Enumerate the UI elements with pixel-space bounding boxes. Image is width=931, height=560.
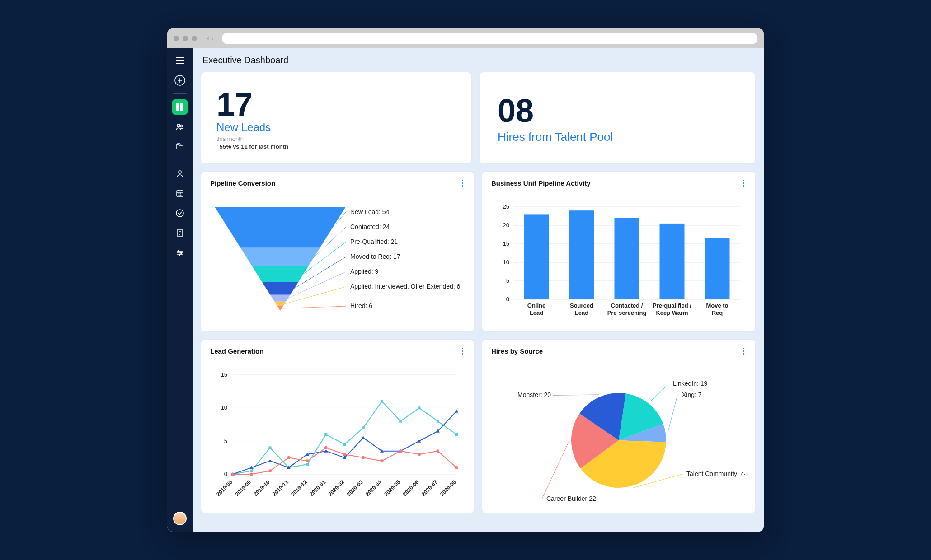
card-title: Pipeline Conversion: [210, 179, 275, 187]
minimize-window-icon[interactable]: [183, 36, 188, 41]
svg-marker-17: [252, 266, 309, 282]
svg-text:2019-11: 2019-11: [271, 479, 290, 497]
svg-text:2020-01: 2020-01: [308, 479, 327, 497]
svg-text:5: 5: [224, 438, 227, 444]
svg-point-99: [268, 469, 272, 472]
bar-chart: 0510152025OnlineLeadSourcedLeadContacted…: [491, 202, 744, 324]
folders-icon[interactable]: [172, 139, 188, 154]
svg-rect-78: [362, 426, 365, 429]
svg-text:Monster: 20: Monster: 20: [517, 391, 551, 398]
svg-text:15: 15: [503, 240, 509, 247]
dashboard-icon[interactable]: [172, 99, 188, 115]
kpi-delta: ↑55% vs 11 for last month: [216, 143, 456, 150]
kpi-period: this month: [216, 135, 456, 142]
svg-rect-3: [176, 107, 179, 111]
svg-text:10: 10: [221, 404, 227, 411]
kpi-label: New Leads: [216, 121, 456, 134]
dashboard-content: 17 New Leads this month ↑55% vs 11 for l…: [193, 72, 764, 532]
chart-row-1: Pipeline Conversion New Lead: 54Contacte…: [201, 171, 756, 332]
card-menu-icon[interactable]: [460, 178, 465, 188]
person-icon[interactable]: [172, 166, 188, 181]
pipeline-conversion-card: Pipeline Conversion New Lead: 54Contacte…: [201, 171, 475, 332]
svg-text:2020-08: 2020-08: [439, 479, 457, 497]
svg-rect-81: [418, 406, 421, 409]
news-icon[interactable]: [172, 225, 188, 241]
card-header: Business Unit Pipeline Activity: [482, 172, 755, 195]
svg-text:Contacted: 24: Contacted: 24: [350, 223, 390, 230]
svg-marker-19: [270, 295, 290, 302]
svg-point-102: [324, 446, 328, 449]
svg-marker-16: [240, 248, 320, 266]
kpi-row: 17 New Leads this month ↑55% vs 11 for l…: [201, 72, 756, 164]
svg-text:25: 25: [503, 203, 509, 210]
page-header: Executive Dashboard: [193, 48, 764, 72]
svg-text:2020-05: 2020-05: [383, 479, 401, 497]
card-menu-icon[interactable]: [741, 178, 746, 188]
svg-text:0: 0: [224, 471, 227, 477]
maximize-window-icon[interactable]: [192, 36, 197, 41]
svg-text:Online: Online: [527, 302, 545, 309]
svg-marker-91: [362, 436, 365, 439]
svg-text:2019-12: 2019-12: [290, 479, 308, 497]
browser-chrome: ‹ ›: [167, 28, 764, 48]
sidebar: 31: [167, 48, 193, 532]
svg-text:Move to: Move to: [706, 302, 728, 309]
svg-text:Lead: Lead: [530, 309, 543, 316]
svg-rect-54: [615, 218, 639, 299]
svg-text:Keep Warm: Keep Warm: [656, 309, 688, 316]
svg-point-106: [399, 449, 402, 453]
avatar[interactable]: [173, 512, 187, 525]
people-icon[interactable]: [172, 119, 188, 135]
address-bar[interactable]: [222, 33, 757, 44]
svg-text:Lead: Lead: [575, 309, 588, 316]
card-menu-icon[interactable]: [741, 346, 746, 356]
svg-text:2019-09: 2019-09: [234, 479, 252, 497]
svg-rect-83: [455, 433, 458, 436]
traffic-lights: [174, 36, 197, 41]
svg-rect-48: [524, 214, 549, 299]
svg-rect-1: [176, 103, 179, 107]
svg-text:Sourced: Sourced: [570, 302, 593, 309]
hires-by-source-chart: LinkedIn: 19Xing: 7Talent Community: 44C…: [482, 363, 755, 513]
svg-text:Pre-Qualified: 21: Pre-Qualified: 21: [350, 238, 398, 245]
svg-text:Contacted /: Contacted /: [611, 302, 643, 309]
check-circle-icon[interactable]: [172, 205, 188, 221]
svg-point-14: [179, 254, 180, 256]
svg-point-101: [306, 459, 309, 462]
svg-point-105: [381, 459, 384, 462]
svg-text:2020-03: 2020-03: [346, 479, 364, 497]
menu-icon[interactable]: [172, 53, 188, 68]
svg-text:15: 15: [221, 371, 227, 378]
add-icon[interactable]: [172, 73, 188, 88]
svg-rect-77: [343, 443, 346, 446]
svg-text:New Lead: 54: New Lead: 54: [350, 208, 390, 215]
svg-rect-82: [437, 420, 439, 423]
svg-text:2020-07: 2020-07: [420, 479, 439, 497]
svg-text:2019-08: 2019-08: [215, 479, 234, 497]
svg-text:Xing: 7: Xing: 7: [682, 391, 702, 398]
svg-rect-73: [269, 446, 272, 449]
svg-rect-57: [660, 224, 685, 299]
forward-icon[interactable]: ›: [211, 34, 213, 42]
svg-rect-72: [250, 470, 253, 472]
svg-point-109: [455, 466, 458, 469]
card-header: Lead Generation: [201, 340, 474, 363]
svg-point-5: [177, 124, 180, 127]
kpi-new-leads: 17 New Leads this month ↑55% vs 11 for l…: [201, 72, 472, 164]
lead-generation-card: Lead Generation 0510152019-082019-092019…: [201, 339, 475, 513]
svg-rect-2: [180, 103, 183, 107]
svg-point-10: [176, 210, 183, 217]
back-icon[interactable]: ‹: [207, 34, 209, 42]
svg-text:Pre-qualified /: Pre-qualified /: [653, 302, 691, 309]
kpi-value: 08: [498, 92, 534, 129]
close-window-icon[interactable]: [174, 36, 179, 41]
kpi-label: Hires from Talent Pool: [498, 130, 613, 144]
kpi-value: 17: [216, 86, 456, 123]
svg-marker-18: [262, 282, 298, 295]
main-content: Executive Dashboard 17 New Leads this mo…: [193, 48, 764, 532]
calendar-icon[interactable]: 31: [172, 186, 188, 201]
svg-text:31: 31: [178, 193, 182, 196]
sliders-icon[interactable]: [172, 245, 188, 261]
card-menu-icon[interactable]: [460, 346, 465, 356]
hires-by-source-card: Hires by Source LinkedIn: 19Xing: 7Talen…: [482, 339, 756, 513]
